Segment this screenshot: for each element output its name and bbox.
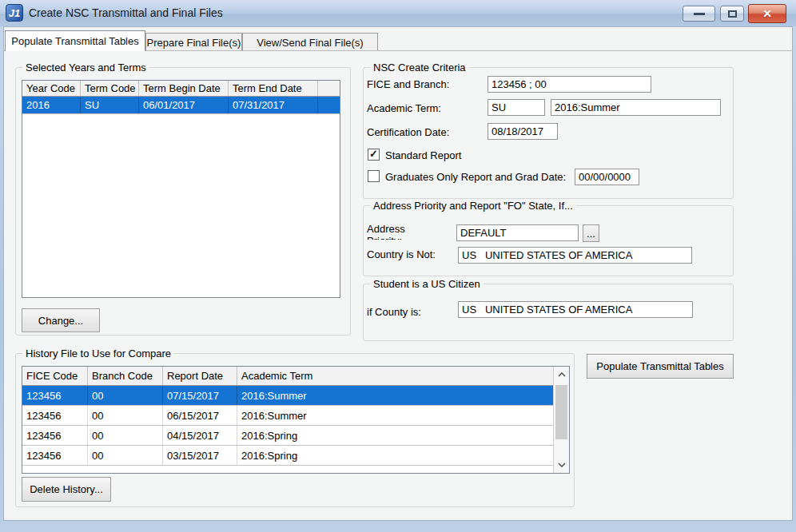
maximize-button[interactable]	[720, 6, 744, 22]
client-area: Populate Transmittal Tables Prepare Fina…	[3, 26, 793, 521]
certification-date-input[interactable]	[488, 123, 558, 140]
cell-branch-code: 00	[88, 386, 163, 405]
cell-academic-term: 2016:Spring	[237, 426, 553, 445]
cell-fice-code: 123456	[22, 386, 88, 405]
window-title: Create NSC Transmittal and Final Files	[29, 0, 223, 26]
fice-and-branch-label: FICE and Branch:	[367, 78, 449, 90]
address-label-line1: Address	[367, 223, 451, 235]
minimize-icon	[694, 13, 705, 15]
tab-view-send-final-files[interactable]: View/Send Final File(s)	[242, 33, 378, 51]
scroll-down-button[interactable]	[554, 457, 569, 473]
column-header-year-code[interactable]: Year Code	[22, 81, 81, 96]
cell-filler	[318, 97, 340, 113]
graduates-only-label: Graduates Only Report and Grad Date:	[385, 171, 566, 183]
tab-populate-transmittal-tables[interactable]: Populate Transmittal Tables	[5, 30, 145, 51]
scrollbar-thumb[interactable]	[555, 385, 567, 439]
fice-and-branch-input[interactable]	[488, 76, 651, 93]
if-county-is-input[interactable]	[458, 301, 693, 318]
graduates-only-checkbox[interactable]	[368, 170, 380, 182]
cell-fice-code: 123456	[22, 426, 88, 445]
standard-report-label: Standard Report	[385, 149, 461, 161]
populate-transmittal-tables-button[interactable]: Populate Transmittal Tables	[587, 354, 734, 379]
cell-term-begin-date: 06/01/2017	[139, 97, 229, 113]
history-row[interactable]: 123456 00 07/15/2017 2016:Summer	[22, 386, 553, 406]
tab-prepare-final-files[interactable]: Prepare Final File(s)	[145, 33, 242, 51]
column-header-filler	[318, 81, 340, 96]
us-citizen-group: Student is a US Citizen if County is:	[363, 284, 734, 341]
academic-term-code-input[interactable]	[488, 99, 545, 116]
address-priority-input[interactable]	[456, 224, 579, 241]
dialog-window: J1 Create NSC Transmittal and Final File…	[0, 0, 796, 532]
app-icon: J1	[6, 4, 23, 22]
address-label-line2: Priority:	[367, 235, 451, 240]
address-priority-group: Address Priority and Report "FO" State, …	[363, 205, 734, 276]
cell-year-code: 2016	[22, 97, 81, 113]
if-county-is-label: if County is:	[367, 306, 421, 318]
cell-term-end-date: 07/31/2017	[229, 97, 318, 113]
column-header-report-date[interactable]: Report Date	[163, 367, 237, 385]
history-row[interactable]: 123456 00 06/15/2017 2016:Summer	[22, 406, 553, 426]
column-header-term-end-date[interactable]: Term End Date	[229, 81, 318, 96]
close-button[interactable]: ✕	[748, 4, 786, 23]
grad-date-input[interactable]	[575, 169, 639, 185]
history-row[interactable]: 123456 00 04/15/2017 2016:Spring	[22, 426, 553, 446]
column-header-term-begin-date[interactable]: Term Begin Date	[139, 81, 229, 96]
address-priority-label: Address Priority and Report "FO" State, …	[370, 200, 576, 212]
us-citizen-label: Student is a US Citizen	[370, 278, 484, 290]
history-row[interactable]: 123456 00 03/15/2017 2016:Spring	[22, 446, 553, 466]
cell-branch-code: 00	[88, 426, 163, 445]
column-header-branch-code[interactable]: Branch Code	[88, 367, 163, 385]
academic-term-description-input[interactable]	[551, 99, 721, 116]
cell-report-date: 07/15/2017	[163, 386, 237, 405]
cell-fice-code: 123456	[22, 446, 88, 465]
history-table-body: 123456 00 07/15/2017 2016:Summer 123456 …	[22, 386, 553, 473]
maximize-icon	[728, 10, 737, 18]
selected-years-terms-label: Selected Years and Terms	[22, 62, 149, 73]
history-group-label: History File to Use for Compare	[22, 347, 174, 359]
cell-academic-term: 2016:Spring	[237, 446, 553, 465]
title-bar[interactable]: J1 Create NSC Transmittal and Final File…	[0, 0, 796, 26]
country-is-not-input[interactable]	[458, 247, 692, 264]
scroll-up-button[interactable]	[554, 367, 569, 383]
standard-report-checkbox[interactable]: ✓	[368, 149, 380, 161]
tab-page: Selected Years and Terms Year Code Term …	[4, 50, 792, 520]
minimize-button[interactable]	[683, 6, 715, 22]
table-header: Year Code Term Code Term Begin Date Term…	[22, 81, 340, 97]
chevron-up-icon	[558, 372, 566, 377]
address-priority-field-label: Address Priority:	[367, 223, 451, 240]
cell-branch-code: 00	[88, 406, 163, 425]
selected-years-terms-table: Year Code Term Code Term Begin Date Term…	[22, 80, 340, 298]
cell-report-date: 04/15/2017	[163, 426, 237, 445]
selected-years-terms-group: Selected Years and Terms Year Code Term …	[15, 67, 351, 335]
country-is-not-label: Country is Not:	[367, 248, 436, 260]
change-button[interactable]: Change...	[22, 308, 100, 332]
delete-history-button[interactable]: Delete History...	[22, 477, 111, 502]
checkmark-icon: ✓	[369, 149, 378, 159]
close-icon: ✕	[762, 8, 772, 19]
nsc-create-criteria-group: NSC Create Criteria FICE and Branch: Aca…	[363, 67, 734, 199]
chevron-down-icon	[558, 463, 566, 467]
column-header-academic-term[interactable]: Academic Term	[237, 367, 553, 385]
nsc-create-criteria-label: NSC Create Criteria	[370, 62, 469, 73]
cell-report-date: 06/15/2017	[163, 406, 237, 425]
cell-term-code: SU	[81, 97, 139, 113]
academic-term-label: Academic Term:	[367, 102, 441, 114]
column-header-fice-code[interactable]: FICE Code	[22, 367, 88, 385]
certification-date-label: Certification Date:	[367, 126, 449, 138]
cell-academic-term: 2016:Summer	[237, 386, 553, 405]
cell-report-date: 03/15/2017	[163, 446, 237, 465]
cell-academic-term: 2016:Summer	[237, 406, 553, 425]
address-priority-browse-button[interactable]: ...	[583, 224, 599, 242]
table-row[interactable]: 2016 SU 06/01/2017 07/31/2017	[22, 97, 340, 114]
vertical-scrollbar[interactable]	[553, 367, 569, 473]
column-header-term-code[interactable]: Term Code	[81, 81, 139, 96]
history-table-header: FICE Code Branch Code Report Date Academ…	[22, 367, 553, 386]
history-table: FICE Code Branch Code Report Date Academ…	[22, 366, 570, 474]
cell-branch-code: 00	[88, 446, 163, 465]
history-group: History File to Use for Compare FICE Cod…	[15, 353, 575, 507]
cell-fice-code: 123456	[22, 406, 88, 425]
